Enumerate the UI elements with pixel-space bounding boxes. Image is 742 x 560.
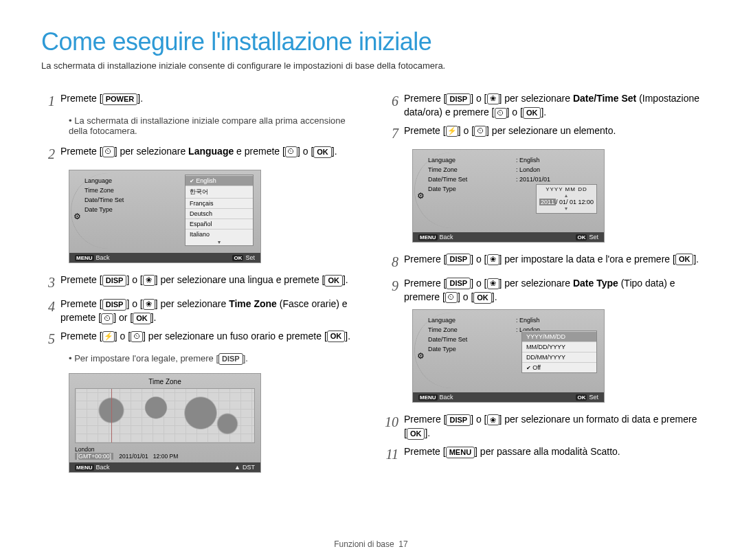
ok-button-label: OK — [407, 428, 425, 440]
step-number: 10 — [385, 412, 404, 432]
flower-icon: ❀ — [487, 278, 499, 289]
timer-icon: ⏲ — [102, 146, 115, 157]
gear-icon: ⚙ — [74, 212, 81, 221]
step-number: 5 — [41, 329, 60, 349]
disp-button-label: DISP — [218, 353, 243, 365]
flower-icon: ❀ — [143, 299, 155, 310]
step-11: 11 Premete [MENU] per passare alla modal… — [385, 445, 701, 464]
step-6: 6 Premere [DISP] o [❀] per selezionare D… — [385, 91, 701, 120]
step-number: 4 — [41, 297, 60, 317]
timer-icon: ⏲ — [495, 108, 507, 119]
ok-button-label: OK — [675, 254, 694, 265]
power-button-label: POWER — [102, 93, 138, 105]
timer-icon: ⏲ — [474, 126, 486, 137]
ok-button-label: OK — [313, 146, 332, 158]
timer-icon: ⏲ — [445, 292, 458, 303]
menu-button-label: MENU — [446, 447, 475, 458]
ok-button-label: OK — [327, 331, 346, 342]
timer-icon: ⏲ — [285, 146, 297, 157]
world-map — [75, 388, 255, 443]
disp-button-label: DISP — [102, 275, 127, 287]
timer-icon: ⏲ — [131, 331, 143, 342]
disp-button-label: DISP — [446, 254, 471, 265]
step-3: 3 Premete [DISP] o [❀] per selezionare u… — [41, 273, 357, 293]
step-5: 5 Premete [⚡] o [⏲] per selezionare un f… — [41, 329, 357, 349]
timezone-title: Time Zone — [75, 378, 255, 388]
screenshot-language: ⚙ Language Time Zone Date/Time Set Date … — [69, 170, 261, 263]
disp-button-label: DISP — [446, 93, 471, 105]
ok-button-label: OK — [324, 275, 343, 287]
step-2: 2 Premete [⏲] per selezionare Language e… — [41, 144, 357, 164]
step-number: 6 — [385, 91, 404, 111]
flower-icon: ❀ — [143, 275, 155, 286]
step-number: 2 — [41, 144, 60, 164]
timer-icon: ⏲ — [101, 313, 113, 324]
step-8: 8 Premere [DISP] o [❀] per impostare la … — [385, 252, 701, 272]
step-number: 11 — [385, 445, 404, 464]
right-column: 6 Premere [DISP] o [❀] per selezionare D… — [385, 91, 701, 482]
ok-button-label: OK — [133, 313, 151, 324]
flash-icon: ⚡ — [446, 126, 458, 137]
step-number: 3 — [41, 273, 60, 293]
gear-icon: ⚙ — [417, 191, 425, 201]
step-number: 1 — [41, 91, 60, 111]
flower-icon: ❀ — [487, 414, 499, 425]
ok-button-label: OK — [523, 107, 541, 119]
step-4: 4 Premete [DISP] o [❀] per selezionare T… — [41, 297, 357, 325]
datetype-dropdown: YYYY/MM/DD MM/DD/YYYY DD/MM/YYYY Off — [521, 331, 597, 373]
chevron-down-icon: ▾ — [186, 239, 253, 245]
disp-button-label: DISP — [446, 278, 471, 289]
step-10: 10 Premere [DISP] o [❀] per selezionare … — [385, 412, 701, 440]
step-1: 1 Premete [POWER]. — [41, 91, 357, 111]
gear-icon: ⚙ — [417, 351, 425, 361]
page-subtitle: La schermata di installazione iniziale c… — [41, 60, 701, 71]
left-column: 1 Premete [POWER]. La schermata di insta… — [41, 91, 357, 482]
disp-button-label: DISP — [446, 414, 471, 426]
disp-button-label: DISP — [102, 299, 127, 311]
page-title: Come eseguire l'installazione iniziale — [41, 27, 701, 56]
step-number: 7 — [385, 124, 404, 144]
flash-icon: ⚡ — [102, 331, 115, 342]
step-7: 7 Premete [⚡] o [⏲] per selezionare un e… — [385, 124, 701, 144]
flower-icon: ❀ — [487, 254, 499, 265]
screenshot-datetime: ⚙ Language Time Zone Date/Time Set Date … — [412, 149, 605, 243]
date-spinner: YYYY MM DD ▴ 2011/ 01/ 01 12:00 ▾ — [536, 184, 597, 214]
screenshot-timezone: Time Zone London [GMT+00:00] 2011/01/01 … — [69, 373, 261, 473]
step-number: 9 — [385, 276, 404, 296]
step-5-note: Per impostare l'ora legale, premere [DIS… — [69, 353, 357, 365]
step-1-note: La schermata di installazione iniziale c… — [69, 115, 357, 136]
step-number: 8 — [385, 252, 404, 272]
flower-icon: ❀ — [487, 93, 499, 104]
ok-button-label: OK — [473, 292, 492, 304]
step-9: 9 Premere [DISP] o [❀] per selezionare D… — [385, 276, 701, 304]
language-dropdown: English 한국어 Français Deutsch Español Ita… — [185, 175, 254, 246]
page-footer: Funzioni di base 17 — [0, 539, 742, 549]
screenshot-datetype: ⚙ Language Time Zone Date/Time Set Date … — [412, 309, 605, 403]
